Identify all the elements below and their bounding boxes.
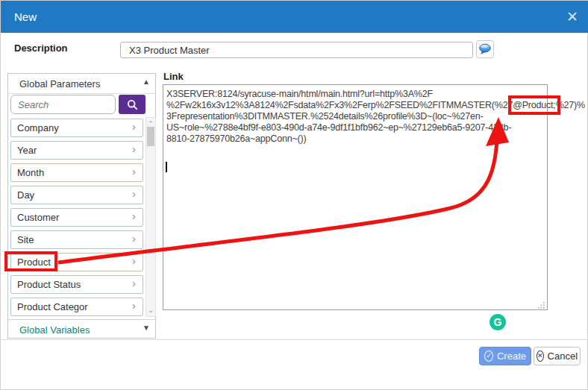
dialog-title: New bbox=[14, 1, 37, 33]
list-item-product-status[interactable]: Product Status › bbox=[10, 275, 143, 294]
global-parameters-header[interactable]: Global Parameters ▲ bbox=[8, 74, 155, 94]
cross-circle-icon: ✕ bbox=[537, 350, 544, 362]
list-item-label: Month bbox=[17, 167, 44, 178]
create-button[interactable]: ✓ Create bbox=[479, 347, 531, 365]
global-parameters-label: Global Parameters bbox=[19, 78, 100, 89]
list-item-site[interactable]: Site › bbox=[10, 230, 143, 249]
chevron-right-icon: › bbox=[132, 120, 136, 133]
global-variables-label: Global Variables bbox=[19, 324, 90, 336]
list-item-label: Product bbox=[17, 257, 51, 268]
list-item-day[interactable]: Day › bbox=[10, 186, 143, 204]
scrollbar-thumb[interactable] bbox=[147, 127, 154, 146]
footer-divider bbox=[1, 339, 588, 340]
text-cursor bbox=[166, 162, 167, 172]
link-line: X3SERVER:8124/syracuse-main/html/main.ht… bbox=[166, 89, 544, 100]
check-glyph: ✓ bbox=[486, 353, 492, 359]
link-text: %2Fw2k16x3v12%3A8124%2Fsdata%2Fx3%2Ferp%… bbox=[166, 100, 513, 110]
grammarly-icon[interactable]: G bbox=[490, 314, 506, 330]
link-label: Link bbox=[163, 71, 184, 82]
collapse-up-icon[interactable]: ▲ bbox=[143, 78, 150, 86]
list-item-product[interactable]: Product › bbox=[10, 253, 143, 271]
list-item-label: Site bbox=[17, 234, 34, 245]
search-icon bbox=[127, 99, 138, 110]
list-item-label: Year bbox=[17, 145, 37, 156]
cancel-button[interactable]: ✕ Cancel bbox=[534, 347, 581, 365]
cross-glyph: ✕ bbox=[537, 353, 543, 359]
list-item-company[interactable]: Company › bbox=[10, 119, 143, 137]
description-input[interactable] bbox=[120, 42, 473, 58]
list-item-label: Customer bbox=[17, 212, 59, 223]
list-item-year[interactable]: Year › bbox=[10, 141, 143, 160]
list-scrollbar[interactable]: ⌃ ⌄ bbox=[146, 117, 156, 317]
list-item-label: Company bbox=[17, 122, 59, 133]
parameters-panel: Global Parameters ▲ Company › Year › Mon… bbox=[7, 73, 156, 339]
check-circle-icon: ✓ bbox=[484, 350, 493, 362]
scroll-down-icon[interactable]: ⌄ bbox=[146, 306, 155, 314]
list-item-label: Day bbox=[17, 189, 34, 201]
chevron-right-icon: › bbox=[132, 254, 136, 267]
close-icon[interactable]: ✕ bbox=[566, 1, 578, 33]
cancel-button-label: Cancel bbox=[548, 350, 578, 362]
new-dialog: New ✕ Description Global Parameters ▲ bbox=[0, 0, 588, 390]
list-item-month[interactable]: Month › bbox=[10, 163, 143, 182]
resize-grip-icon[interactable] bbox=[537, 299, 545, 312]
link-text: %27)% bbox=[556, 100, 585, 110]
search-input[interactable] bbox=[10, 95, 116, 114]
chevron-right-icon: › bbox=[132, 142, 136, 155]
dialog-titlebar: New ✕ bbox=[1, 1, 588, 33]
link-line: US~role~%2788e4bf9f-e803-490d-a74e-9df1f… bbox=[166, 122, 544, 133]
link-line: %2Fw2k16x3v12%3A8124%2Fsdata%2Fx3%2Ferp%… bbox=[166, 100, 544, 111]
chevron-right-icon: › bbox=[132, 277, 136, 289]
product-parameter-highlight: @Product; bbox=[513, 100, 555, 110]
speech-bubble-icon bbox=[478, 43, 492, 55]
link-line: 8810-27875970b26a~appConn~()) bbox=[166, 133, 544, 145]
chevron-right-icon: › bbox=[132, 232, 136, 245]
link-textarea[interactable]: X3SERVER:8124/syracuse-main/html/main.ht… bbox=[163, 84, 548, 310]
description-label: Description bbox=[14, 43, 68, 54]
chevron-right-icon: › bbox=[132, 187, 136, 200]
chevron-right-icon: › bbox=[132, 210, 136, 222]
link-line: 3Frepresentation%3DITMMASTER.%2524detail… bbox=[166, 111, 544, 122]
list-item-label: Product Status bbox=[17, 279, 81, 290]
search-button[interactable] bbox=[119, 95, 146, 114]
list-item-label: Product Categor bbox=[17, 301, 88, 312]
chevron-right-icon: › bbox=[132, 299, 136, 312]
list-item-customer[interactable]: Customer › bbox=[10, 208, 143, 227]
create-button-label: Create bbox=[497, 350, 526, 362]
global-variables-header[interactable]: Global Variables ▼ bbox=[8, 319, 155, 339]
comment-bubble-button[interactable] bbox=[476, 40, 494, 58]
list-item-product-category[interactable]: Product Categor › bbox=[10, 298, 143, 316]
expand-down-icon[interactable]: ▼ bbox=[143, 324, 150, 332]
chevron-right-icon: › bbox=[132, 165, 136, 177]
